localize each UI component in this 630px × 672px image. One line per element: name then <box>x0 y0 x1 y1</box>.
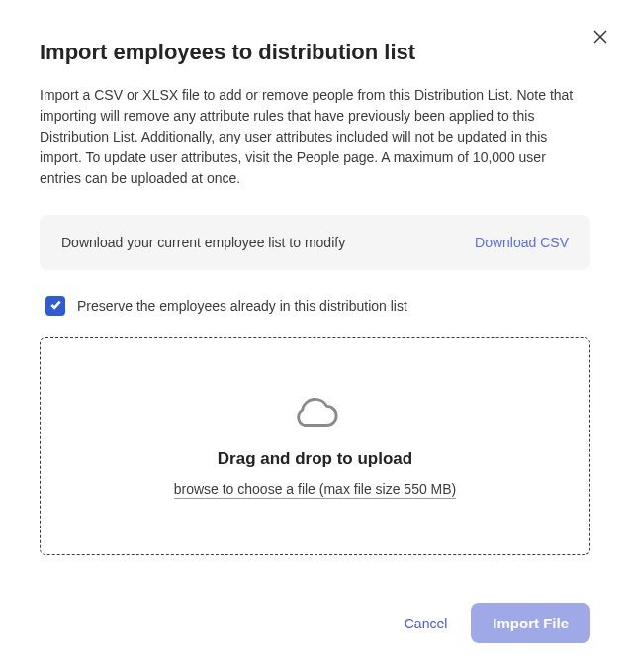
download-text: Download your current employee list to m… <box>61 235 345 250</box>
download-bar: Download your current employee list to m… <box>40 215 590 270</box>
upload-dropzone[interactable]: Drag and drop to upload browse to choose… <box>40 337 590 555</box>
cloud-icon <box>293 394 338 437</box>
preserve-checkbox[interactable] <box>45 296 65 316</box>
download-csv-link[interactable]: Download CSV <box>475 235 569 250</box>
dropzone-title: Drag and drop to upload <box>218 449 412 469</box>
preserve-checkbox-row: Preserve the employees already in this d… <box>40 296 590 316</box>
modal-description: Import a CSV or XLSX file to add or remo… <box>40 85 590 189</box>
cancel-button[interactable]: Cancel <box>399 608 454 639</box>
dropzone-subtitle: browse to choose a file (max file size 5… <box>174 481 457 499</box>
close-button[interactable] <box>588 26 612 49</box>
close-icon <box>593 30 607 47</box>
import-modal: Import employees to distribution list Im… <box>0 0 630 672</box>
modal-title: Import employees to distribution list <box>40 40 590 65</box>
checkmark-icon <box>49 297 62 315</box>
import-file-button[interactable]: Import File <box>471 603 590 643</box>
modal-footer: Cancel Import File <box>40 603 590 643</box>
preserve-checkbox-label: Preserve the employees already in this d… <box>77 298 407 314</box>
